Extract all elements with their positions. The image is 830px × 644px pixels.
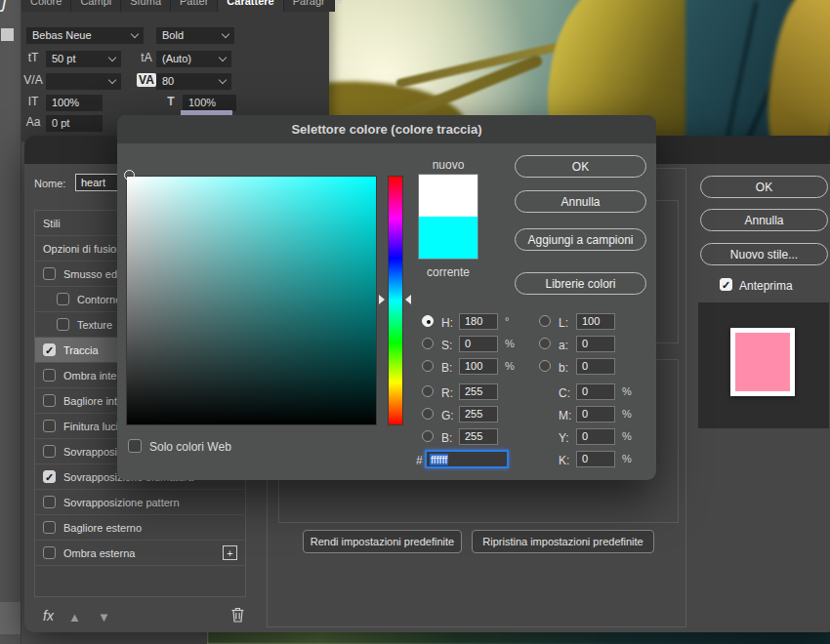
b2-radio[interactable] — [422, 430, 434, 442]
panel-menu-icon[interactable]: ≡ — [335, 0, 351, 8]
s-unit: % — [505, 338, 515, 349]
tab-pattern[interactable]: Patter — [171, 0, 218, 12]
checkbox[interactable] — [43, 496, 56, 508]
checkbox[interactable] — [43, 546, 56, 559]
c-label: C: — [559, 386, 574, 400]
checkbox[interactable] — [43, 420, 56, 432]
current-color-label: corrente — [418, 265, 478, 279]
fx-menu-button[interactable]: fx — [43, 608, 54, 624]
b-input[interactable]: 100 — [459, 358, 498, 375]
font-size-select[interactable]: 50 pt — [46, 51, 121, 67]
web-colors-checkbox[interactable] — [128, 439, 142, 453]
l-radio[interactable] — [539, 315, 551, 327]
s-input[interactable]: 0 — [459, 336, 498, 352]
m-input[interactable]: 0 — [576, 406, 615, 423]
a-input[interactable]: 0 — [576, 336, 615, 352]
font-style-select[interactable]: Bold — [156, 27, 234, 44]
swatch-mini[interactable] — [1, 28, 14, 41]
reset-default-button[interactable]: Ripristina impostazioni predefinite — [472, 530, 654, 553]
drop-shadow-item[interactable]: Ombra esterna + — [35, 541, 245, 566]
b2-input[interactable]: 255 — [459, 428, 498, 445]
tracking-select[interactable]: 80 — [156, 73, 231, 90]
k-label: K: — [559, 454, 574, 467]
g-input[interactable]: 255 — [459, 406, 498, 423]
kerning-select[interactable] — [46, 73, 121, 90]
add-to-swatches-button[interactable]: Aggiungi a campioni — [515, 228, 646, 251]
checkbox[interactable] — [43, 394, 56, 407]
checkbox[interactable] — [43, 445, 56, 458]
font-size-icon: tT — [23, 51, 43, 64]
y-input[interactable]: 0 — [576, 428, 615, 445]
tab-colore[interactable]: Colore — [21, 0, 71, 12]
leading-select[interactable]: (Auto) — [156, 51, 231, 67]
color-cursor-ring[interactable] — [124, 170, 135, 181]
delete-effect-button[interactable] — [230, 607, 245, 624]
checkbox[interactable] — [43, 267, 56, 280]
b-label: B: — [441, 361, 457, 375]
lab-b-label: b: — [559, 361, 574, 375]
panel-tabbar: Colore Campi Sfuma Patter Carattere Para… — [21, 0, 329, 12]
checkbox[interactable] — [57, 318, 69, 331]
r-input[interactable]: 255 — [459, 383, 498, 400]
checkbox[interactable] — [43, 369, 56, 382]
checkbox[interactable] — [43, 521, 56, 534]
kerning-icon: V/A — [23, 73, 43, 87]
a-radio[interactable] — [539, 338, 551, 349]
tab-campioni[interactable]: Campi — [71, 0, 121, 12]
l-label: L: — [559, 316, 574, 330]
layer-cancel-button[interactable]: Annulla — [700, 209, 828, 231]
make-default-button[interactable]: Rendi impostazioni predefinite — [303, 530, 462, 553]
k-unit: % — [622, 453, 632, 464]
g-label: G: — [441, 409, 457, 423]
h-input[interactable]: 180 — [459, 313, 498, 330]
web-colors-label: Solo colori Web — [149, 440, 231, 454]
add-effect-button[interactable]: + — [223, 545, 237, 560]
new-color-swatch — [419, 175, 477, 217]
tool-glyph-icon[interactable]: ʃ — [2, 0, 18, 14]
s-label: S: — [441, 339, 457, 352]
hue-arrow-left-icon[interactable] — [379, 295, 385, 304]
move-up-button[interactable]: ▲ — [68, 610, 81, 624]
b2-label: B: — [441, 431, 457, 445]
r-radio[interactable] — [422, 385, 434, 397]
tab-paragrafo[interactable]: Paragr — [284, 0, 335, 12]
current-color-swatch — [419, 217, 477, 259]
checkbox[interactable] — [57, 293, 69, 305]
pattern-overlay-item[interactable]: Sovrapposizione pattern — [35, 490, 245, 515]
hue-arrow-right-icon[interactable] — [405, 295, 411, 304]
vertical-scale-input[interactable]: 100% — [46, 95, 103, 111]
b-radio[interactable] — [422, 360, 434, 372]
y-unit: % — [622, 430, 632, 442]
lab-b-input[interactable]: 0 — [576, 358, 615, 375]
tab-sfumature[interactable]: Sfuma — [121, 0, 171, 12]
move-down-button[interactable]: ▼ — [98, 610, 110, 624]
s-radio[interactable] — [422, 338, 434, 349]
new-style-button[interactable]: Nuovo stile... — [700, 243, 828, 265]
outer-glow-item[interactable]: Bagliore esterno — [35, 515, 245, 541]
horizontal-scale-icon: T — [161, 95, 181, 108]
checkbox-checked[interactable]: ✓ — [43, 343, 56, 356]
preview-checkbox[interactable]: ✓ — [720, 278, 732, 291]
lab-b-radio[interactable] — [539, 360, 551, 372]
style-preview-box — [698, 302, 829, 428]
h-radio[interactable] — [422, 315, 434, 327]
l-input[interactable]: 100 — [576, 313, 615, 330]
color-picker-titlebar[interactable]: Selettore colore (colore traccia) — [117, 115, 656, 143]
baseline-shift-input[interactable]: 0 pt — [46, 115, 103, 132]
h-label: H: — [441, 316, 457, 330]
font-family-select[interactable]: Bebas Neue — [26, 27, 144, 44]
hue-slider[interactable] — [388, 176, 403, 425]
saturation-brightness-field[interactable] — [126, 176, 377, 425]
c-input[interactable]: 0 — [576, 383, 615, 400]
g-radio[interactable] — [422, 408, 434, 420]
color-libraries-button[interactable]: Librerie colori — [515, 272, 646, 295]
horizontal-scale-input[interactable]: 100% — [183, 95, 236, 111]
k-input[interactable]: 0 — [576, 451, 615, 467]
hex-input[interactable]: ffffff — [425, 450, 509, 468]
layer-ok-button[interactable]: OK — [700, 176, 828, 198]
picker-ok-button[interactable]: OK — [515, 155, 646, 178]
checkbox-checked[interactable]: ✓ — [43, 470, 56, 483]
a-label: a: — [559, 339, 574, 352]
picker-cancel-button[interactable]: Annulla — [515, 190, 646, 213]
tab-carattere[interactable]: Carattere — [218, 0, 283, 12]
